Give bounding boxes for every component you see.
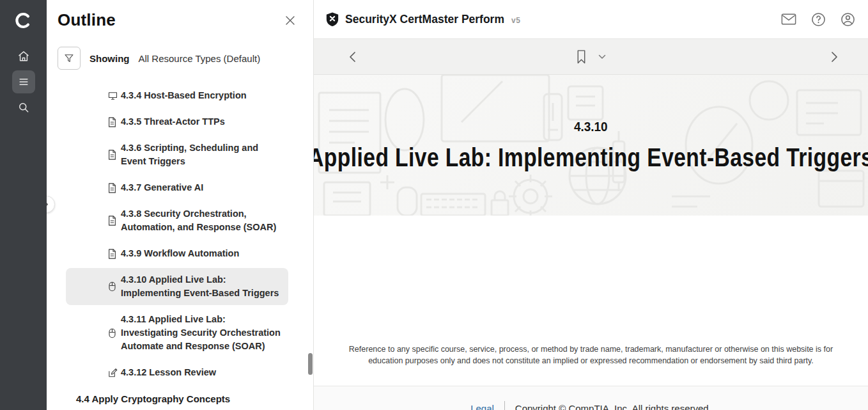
outline-item-label: 4.3.9 Workflow Automation (121, 248, 239, 258)
left-rail (0, 0, 47, 410)
next-lesson-button[interactable] (826, 47, 842, 67)
comptia-c-icon (14, 11, 33, 30)
outline-menu-button[interactable] (12, 70, 35, 93)
outline-item-label: 4.3.6 Scripting, Scheduling and Event Tr… (121, 143, 258, 166)
bookmark-menu-button[interactable] (598, 54, 606, 59)
shield-x-icon (325, 12, 339, 27)
mail-icon (781, 13, 796, 26)
home-icon (17, 50, 30, 63)
outline-item-label: 4.3.7 Generative AI (121, 182, 203, 193)
help-button[interactable] (811, 12, 826, 27)
resource-filter-row: Showing All Resource Types (Default) (58, 47, 313, 70)
previous-lesson-button[interactable] (345, 47, 361, 67)
legal-link[interactable]: Legal (470, 403, 494, 410)
disclaimer-text: Reference to any specific course, servic… (339, 343, 844, 367)
copyright-text: Copyright © CompTIA, Inc. All rights res… (515, 403, 711, 410)
outline-item-label: 4.3.5 Threat-Actor TTPs (121, 116, 225, 127)
outline-menu-icon (17, 75, 30, 88)
app-title: SecurityX CertMaster Perform (345, 13, 504, 26)
mouse-icon (107, 281, 117, 292)
brand: SecurityX CertMaster Perform v5 (325, 12, 520, 27)
document-icon (107, 116, 117, 128)
outline-item[interactable]: 4.3.5 Threat-Actor TTPs (66, 110, 288, 134)
page-footer: Legal Copyright © CompTIA, Inc. All righ… (314, 386, 868, 410)
outline-item[interactable]: 4.3.8 Security Orchestration, Automation… (66, 202, 288, 239)
search-button[interactable] (12, 96, 35, 119)
lesson-navbar (314, 39, 868, 75)
lesson-title: Applied Live Lab: Implementing Event-Bas… (314, 143, 868, 172)
close-outline-button[interactable] (281, 12, 299, 29)
outline-panel: Outline Showing All Resource Types (Defa… (47, 0, 314, 410)
outline-item-label: 4.3.8 Security Orchestration, Automation… (121, 209, 276, 232)
document-icon (107, 149, 117, 161)
lesson-body: Reference to any specific course, servic… (314, 216, 868, 386)
chevron-left-icon (348, 51, 357, 63)
outline-item-label: 4.3.10 Applied Live Lab: Implementing Ev… (121, 274, 279, 298)
outline-item-label: 4.3.11 Applied Live Lab: Investigating S… (121, 314, 281, 351)
outline-section-4-4[interactable]: 4.4 Apply Cryptography Concepts (76, 393, 313, 404)
chevron-right-icon (830, 51, 839, 63)
outline-item-selected[interactable]: 4.3.10 Applied Live Lab: Implementing Ev… (66, 268, 288, 305)
main-area: SecurityX CertMaster Perform v5 (314, 0, 868, 410)
bookmark-button[interactable] (576, 49, 587, 65)
close-icon (284, 14, 297, 27)
outline-list: 4.3.4 Host-Based Encryption 4.3.5 Threat… (47, 84, 313, 384)
filter-button[interactable] (58, 47, 81, 70)
app-header: SecurityX CertMaster Perform v5 (314, 0, 868, 39)
filter-funnel-icon (63, 52, 75, 64)
account-icon (841, 12, 855, 27)
lesson-hero: 4.3.10 Applied Live Lab: Implementing Ev… (314, 75, 868, 216)
home-button[interactable] (12, 45, 35, 68)
chevron-down-icon (598, 54, 606, 59)
footer-divider (504, 401, 505, 410)
app-version: v5 (511, 16, 520, 25)
document-icon (107, 215, 117, 226)
outline-item[interactable]: 4.3.6 Scripting, Scheduling and Event Tr… (66, 136, 288, 173)
filter-showing-label: Showing (89, 53, 130, 64)
search-icon (17, 101, 30, 114)
edit-icon (107, 367, 118, 378)
outline-item[interactable]: 4.3.4 Host-Based Encryption (66, 84, 288, 107)
lesson-number: 4.3.10 (574, 119, 608, 134)
outline-panel-title: Outline (58, 10, 116, 30)
document-icon (107, 248, 117, 260)
outline-item-label: 4.3.12 Lesson Review (121, 367, 216, 377)
outline-item[interactable]: 4.3.12 Lesson Review (66, 361, 288, 384)
outline-item[interactable]: 4.3.11 Applied Live Lab: Investigating S… (66, 308, 288, 358)
outline-item-label: 4.3.4 Host-Based Encryption (121, 90, 247, 100)
monitor-icon (107, 90, 118, 101)
outline-item[interactable]: 4.3.7 Generative AI (66, 176, 288, 200)
document-icon (107, 182, 117, 194)
account-button[interactable] (841, 12, 855, 27)
help-icon (811, 12, 826, 27)
filter-value: All Resource Types (Default) (139, 53, 261, 64)
bookmark-icon (576, 49, 587, 65)
mouse-icon (107, 327, 117, 339)
comptia-logo (14, 8, 33, 33)
outline-item[interactable]: 4.3.9 Workflow Automation (66, 242, 288, 265)
outline-scrollbar-thumb[interactable] (308, 353, 313, 375)
mail-button[interactable] (781, 13, 796, 26)
